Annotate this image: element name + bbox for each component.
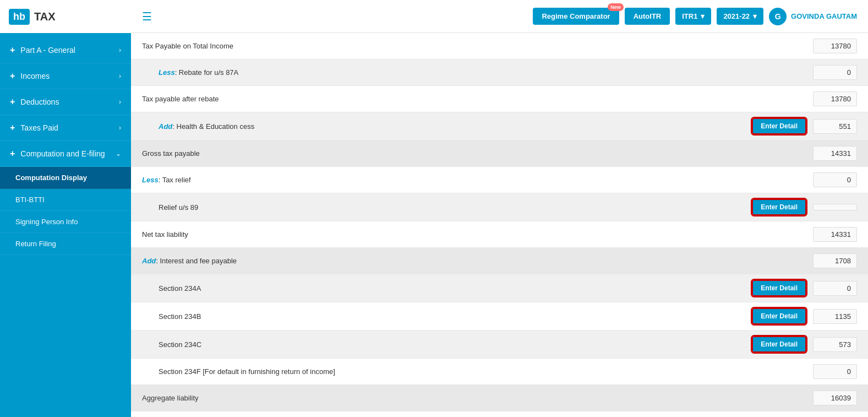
plus-icon: + [10, 149, 15, 159]
chevron-right-icon: › [119, 124, 121, 132]
row-right: Enter Detail [752, 199, 857, 215]
regime-comparator-label: Regime Comparator [542, 12, 610, 20]
main-content: ☰ New Regime Comparator AutoITR ITR1 ▾ 2… [131, 0, 868, 417]
sidebar-item-taxes-paid[interactable]: + Taxes Paid › [0, 115, 131, 141]
row-label: Aggregate liability [142, 394, 813, 402]
user-name: GOVINDA GAUTAM [791, 12, 857, 20]
enter-detail-234b-button[interactable]: Enter Detail [752, 308, 806, 324]
regime-comparator-button[interactable]: New Regime Comparator [533, 8, 619, 25]
itr1-dropdown[interactable]: ITR1 ▾ [675, 8, 711, 25]
sidebar-nav: + Part A - General › + Incomes › + Deduc… [0, 33, 131, 417]
row-aggregate: Aggregate liability 16039 [131, 385, 868, 411]
sidebar-item-bti[interactable]: BTI-BTTI [0, 189, 131, 211]
sidebar-item-incomes[interactable]: + Incomes › [0, 63, 131, 89]
sidebar-item-return-filing[interactable]: Return Filing [0, 233, 131, 255]
sidebar-item-deductions[interactable]: + Deductions › [0, 89, 131, 115]
value-box: 1708 [813, 253, 857, 268]
value-box: 1135 [813, 309, 857, 324]
year-dropdown[interactable]: 2021-22 ▾ [717, 8, 763, 25]
sidebar-item-label: Computation and E-filing [20, 149, 105, 158]
row-net-tax: Net tax liability 14331 [131, 221, 868, 248]
plus-icon: + [10, 97, 15, 107]
row-right: Enter Detail 0 [752, 280, 857, 296]
row-right: 14331 [813, 146, 857, 161]
row-label: Net tax liability [142, 230, 813, 239]
sidebar-item-computation-display[interactable]: Computation Display [0, 167, 131, 189]
row-less-taxes-paid: Less: Taxes paid 200 [131, 411, 868, 417]
content-area: Tax Payable on Total Income 13780 Less: … [131, 33, 868, 417]
chevron-down-icon: ⌄ [116, 150, 121, 158]
value-box: 0 [813, 172, 857, 187]
row-label-suffix: : Rebate for u/s 87A [175, 68, 239, 77]
avatar: G [769, 8, 787, 25]
row-label-suffix: : Health & Education cess [172, 122, 254, 131]
row-label: Gross tax payable [142, 149, 813, 158]
row-label-suffix: : Tax relief [159, 176, 191, 184]
new-badge: New [608, 3, 624, 11]
value-box: 16039 [813, 391, 857, 405]
value-box: 573 [813, 337, 857, 352]
value-box: 0 [813, 65, 857, 80]
sidebar-item-label: Part A - General [20, 46, 75, 55]
row-add-health-cess: Add: Health & Education cess Enter Detai… [131, 112, 868, 140]
header: ☰ New Regime Comparator AutoITR ITR1 ▾ 2… [131, 0, 868, 33]
row-label: Section 234C [159, 340, 752, 349]
row-less-relief: Less: Tax relief 0 [131, 167, 868, 193]
value-box: 14331 [813, 227, 857, 242]
enter-detail-relief-89-button[interactable]: Enter Detail [752, 199, 806, 215]
row-gross-tax: Gross tax payable 14331 [131, 140, 868, 167]
row-right: 13780 [813, 91, 857, 106]
value-box: 13780 [813, 91, 857, 106]
row-tax-after-rebate: Tax payable after rebate 13780 [131, 86, 868, 112]
year-label: 2021-22 [723, 12, 750, 20]
row-right: 1708 [813, 253, 857, 268]
auto-itr-button[interactable]: AutoITR [625, 8, 670, 25]
hamburger-menu-icon[interactable]: ☰ [142, 10, 152, 23]
sidebar-item-label: Signing Person Info [15, 218, 78, 226]
logo-hb: hb [9, 9, 30, 25]
row-label: Less: Tax relief [142, 176, 813, 184]
sidebar-item-label: BTI-BTTI [15, 196, 45, 204]
plus-icon: + [10, 123, 15, 133]
row-section-234b: Section 234B Enter Detail 1135 [131, 302, 868, 331]
sidebar-item-part-a[interactable]: + Part A - General › [0, 37, 131, 63]
value-box: 13780 [813, 39, 857, 53]
user-menu[interactable]: G GOVINDA GAUTAM [769, 8, 857, 25]
enter-detail-health-cess-button[interactable]: Enter Detail [752, 118, 806, 134]
sidebar-item-label: Return Filing [15, 240, 56, 248]
logo: hb TAX [0, 0, 131, 33]
row-right: 0 [813, 172, 857, 187]
row-tax-payable-total: Tax Payable on Total Income 13780 [131, 33, 868, 59]
row-right: 0 [813, 364, 857, 379]
chevron-right-icon: › [119, 46, 121, 54]
logo-tax: TAX [34, 10, 56, 23]
less-keyword: Less [142, 176, 159, 184]
add-keyword: Add [142, 257, 156, 265]
chevron-right-icon: › [119, 72, 121, 80]
chevron-down-icon: ▾ [701, 12, 705, 20]
chevron-down-icon: ▾ [753, 12, 757, 20]
row-section-234c: Section 234C Enter Detail 573 [131, 331, 868, 359]
enter-detail-234c-button[interactable]: Enter Detail [752, 336, 806, 353]
sidebar-item-label: Computation Display [15, 174, 87, 182]
row-right: Enter Detail 573 [752, 336, 857, 353]
row-less-rebate: Less: Rebate for u/s 87A 0 [131, 59, 868, 86]
row-label: Add: Health & Education cess [159, 122, 752, 131]
row-label: Section 234B [159, 312, 752, 321]
row-right: 0 [813, 65, 857, 80]
sidebar: hb TAX + Part A - General › + Incomes › … [0, 0, 131, 417]
sidebar-item-signing[interactable]: Signing Person Info [0, 211, 131, 233]
plus-icon: + [10, 45, 15, 55]
row-label: Add: Interest and fee payable [142, 257, 813, 265]
row-label-suffix: : Interest and fee payable [156, 257, 237, 265]
row-label: Section 234A [159, 284, 752, 293]
row-label: Tax Payable on Total Income [142, 42, 813, 50]
enter-detail-234a-button[interactable]: Enter Detail [752, 280, 806, 296]
sidebar-item-computation[interactable]: + Computation and E-filing ⌄ [0, 141, 131, 167]
row-right: 14331 [813, 227, 857, 242]
row-label: Section 234F [For default in furnishing … [159, 367, 813, 376]
value-box: 14331 [813, 146, 857, 161]
add-keyword: Add [159, 122, 172, 131]
sidebar-item-label: Taxes Paid [20, 123, 58, 132]
row-label: Less: Rebate for u/s 87A [159, 68, 813, 77]
